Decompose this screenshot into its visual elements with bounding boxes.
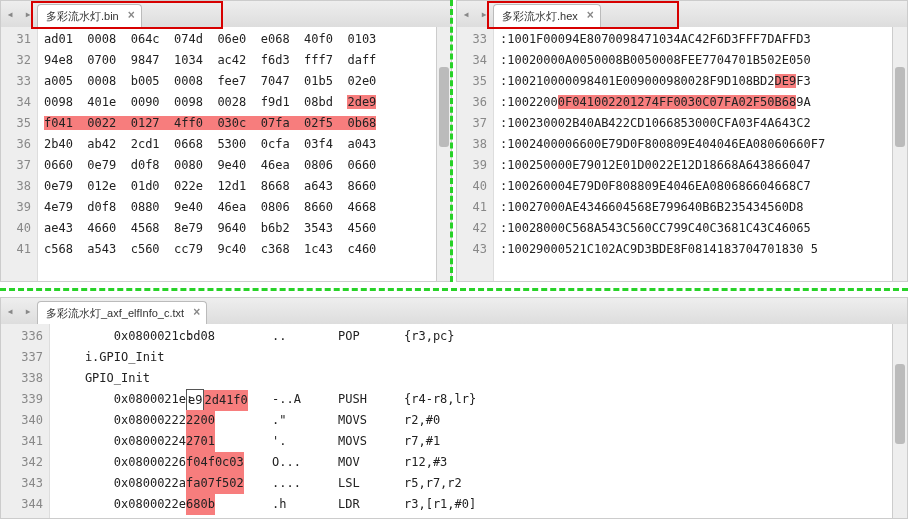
tab-prev-icon[interactable]: ◂ xyxy=(457,1,475,27)
tab-axf[interactable]: 多彩流水灯_axf_elfInfo_c.txt × xyxy=(37,301,207,324)
code-line: 0x0800022e:680b.hLDRr3,[r1,#0] xyxy=(56,494,892,515)
hex-editor-pane: ◂ ▸ 多彩流水灯.hex × 3334353637383940414243 :… xyxy=(456,0,908,282)
close-icon[interactable]: × xyxy=(193,305,200,319)
close-icon[interactable]: × xyxy=(587,8,594,22)
tab-prev-icon[interactable]: ◂ xyxy=(1,1,19,27)
code-line: :10027000AE4346604568E799640B6B235434560… xyxy=(500,197,892,218)
tab-label: 多彩流水灯.bin xyxy=(46,9,119,24)
bin-editor-pane: ◂ ▸ 多彩流水灯.bin × 3132333435363738394041 a… xyxy=(0,0,452,282)
code-area[interactable]: 0x0800021c:bd08..POP{r3,pc} i.GPIO_Init … xyxy=(50,324,892,518)
tab-prev-icon[interactable]: ◂ xyxy=(1,298,19,324)
code-line: 0x0800021c:bd08..POP{r3,pc} xyxy=(56,326,892,347)
code-line: :100210000098401E009000980028F9D108BD2DE… xyxy=(500,71,892,92)
close-icon[interactable]: × xyxy=(128,8,135,22)
line-gutter: 336337338339340341342343344345346 xyxy=(1,324,50,518)
line-gutter: 3132333435363738394041 xyxy=(1,27,38,281)
code-line: :10022000F041002201274FF0030C07FA02F50B6… xyxy=(500,92,892,113)
code-line: :100230002B40AB422CD1066853000CFA03F4A64… xyxy=(500,113,892,134)
code-line: 0x08000230:402b+@ANDSr3,r3,r5 xyxy=(56,515,892,519)
tabbar: ◂ ▸ 多彩流水灯_axf_elfInfo_c.txt × xyxy=(1,298,907,325)
tab-label: 多彩流水灯.hex xyxy=(502,9,578,24)
code-line: GPIO_Init xyxy=(56,368,892,389)
code-line: :100260004E79D0F808809E4046EA08068660466… xyxy=(500,176,892,197)
code-line: 2b40 ab42 2cd1 0668 5300 0cfa 03f4 a043 xyxy=(44,134,436,155)
code-line: 0660 0e79 d0f8 0080 9e40 46ea 0806 0660 xyxy=(44,155,436,176)
tab-bin[interactable]: 多彩流水灯.bin × xyxy=(37,4,142,27)
code-line: :100250000E79012E01D0022E12D18668A643866… xyxy=(500,155,892,176)
code-area[interactable]: :1001F00094E8070098471034AC42F6D3FFF7DAF… xyxy=(494,27,892,281)
code-line: 0x08000222:2200."MOVSr2,#0 xyxy=(56,410,892,431)
tab-next-icon[interactable]: ▸ xyxy=(475,1,493,27)
tab-label: 多彩流水灯_axf_elfInfo_c.txt xyxy=(46,306,184,321)
tabbar: ◂ ▸ 多彩流水灯.hex × xyxy=(457,1,907,28)
code-line: a005 0008 b005 0008 fee7 7047 01b5 02e0 xyxy=(44,71,436,92)
asm-editor-pane: ◂ ▸ 多彩流水灯_axf_elfInfo_c.txt × 3363373383… xyxy=(0,297,908,519)
code-line: :10028000C568A543C560CC799C40C3681C43C46… xyxy=(500,218,892,239)
code-line: ae43 4660 4568 8e79 9640 b6b2 3543 4560 xyxy=(44,218,436,239)
code-line: 94e8 0700 9847 1034 ac42 f6d3 fff7 daff xyxy=(44,50,436,71)
code-line: i.GPIO_Init xyxy=(56,347,892,368)
code-line: 0x0800021e:e92d41f0-..APUSH{r4-r8,lr} xyxy=(56,389,892,410)
code-line: :10020000A0050008B0050008FEE7704701B502E… xyxy=(500,50,892,71)
code-line: ad01 0008 064c 074d 06e0 e068 40f0 0103 xyxy=(44,29,436,50)
tab-hex[interactable]: 多彩流水灯.hex × xyxy=(493,4,601,27)
code-area[interactable]: ad01 0008 064c 074d 06e0 e068 40f0 01039… xyxy=(38,27,436,281)
scrollbar[interactable] xyxy=(436,27,451,281)
code-line: :10029000521C102AC9D3BDE8F08141837047018… xyxy=(500,239,892,260)
code-line: 0x0800022a:fa07f502....LSLr5,r7,r2 xyxy=(56,473,892,494)
code-line: 0x08000226:f04f0c03O...MOVr12,#3 xyxy=(56,452,892,473)
code-line: 0x08000224:2701'.MOVSr7,#1 xyxy=(56,431,892,452)
code-line: c568 a543 c560 cc79 9c40 c368 1c43 c460 xyxy=(44,239,436,260)
code-line: :1002400006600E79D0F800809E404046EA08060… xyxy=(500,134,892,155)
scrollbar[interactable] xyxy=(892,324,907,518)
line-gutter: 3334353637383940414243 xyxy=(457,27,494,281)
code-line: f041 0022 0127 4ff0 030c 07fa 02f5 0b68 xyxy=(44,113,436,134)
tab-next-icon[interactable]: ▸ xyxy=(19,298,37,324)
tabbar: ◂ ▸ 多彩流水灯.bin × xyxy=(1,1,451,28)
tab-next-icon[interactable]: ▸ xyxy=(19,1,37,27)
code-line: 0e79 012e 01d0 022e 12d1 8668 a643 8660 xyxy=(44,176,436,197)
code-line: 0098 401e 0090 0098 0028 f9d1 08bd 2de9 xyxy=(44,92,436,113)
scrollbar[interactable] xyxy=(892,27,907,281)
code-line: 4e79 d0f8 0880 9e40 46ea 0806 8660 4668 xyxy=(44,197,436,218)
code-line: :1001F00094E8070098471034AC42F6D3FFF7DAF… xyxy=(500,29,892,50)
